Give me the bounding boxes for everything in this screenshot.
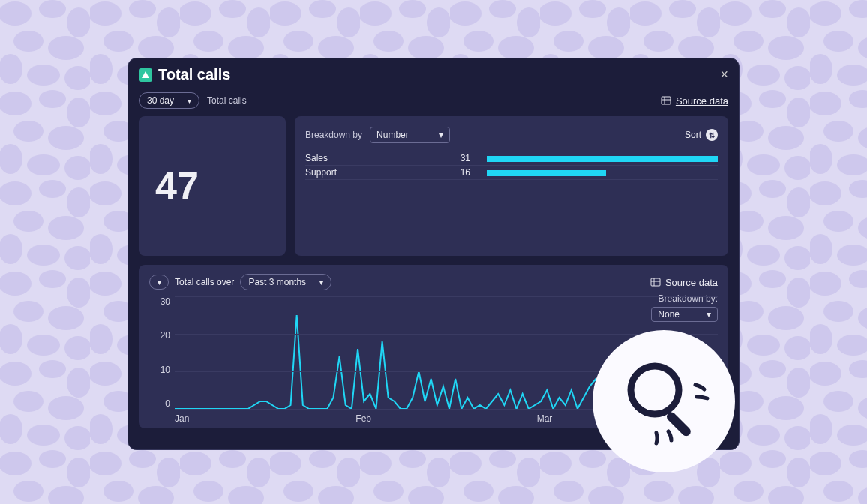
breakdown-row-value: 16	[448, 167, 470, 178]
chart-y-axis: 3020100	[149, 296, 175, 409]
time-range-select[interactable]: 30 day ▾	[139, 92, 200, 109]
gridline	[175, 334, 718, 334]
breakdown-row: Sales31	[305, 151, 718, 166]
breakdown-by-value: Number	[376, 130, 409, 140]
chevron-down-icon: ▾	[158, 278, 161, 286]
magnifying-glass-icon	[611, 349, 716, 454]
chevron-down-icon: ▾	[320, 278, 323, 286]
breakdown-bar-track	[487, 169, 718, 176]
titlebar: Total calls ×	[128, 58, 739, 89]
svg-point-16	[631, 366, 679, 414]
svg-rect-13	[651, 278, 660, 286]
chart-range-value: Past 3 months	[248, 277, 306, 287]
chevron-down-icon: ▾	[439, 130, 443, 140]
breakdown-bar	[487, 170, 606, 176]
time-range-value: 30 day	[147, 95, 174, 106]
kpi-value: 47	[155, 164, 199, 208]
chevron-down-icon: ▾	[188, 97, 191, 105]
kpi-panel: 47	[139, 116, 286, 256]
breakdown-by-select[interactable]: Number ▾	[370, 127, 450, 143]
time-range-label: Total calls	[207, 95, 247, 106]
chart-range-select[interactable]: Past 3 months ▾	[240, 274, 332, 290]
breakdown-by-label: Breakdown by	[305, 130, 362, 140]
breakdown-panel: Breakdown by Number ▾ Sort ⇅ Sales31Supp…	[295, 116, 728, 256]
y-tick-label: 20	[160, 330, 170, 340]
magnifier-badge	[592, 330, 735, 472]
x-tick-label: Feb	[356, 413, 536, 424]
table-icon	[661, 95, 671, 106]
breakdown-row-name: Support	[305, 167, 448, 178]
y-tick-label: 10	[160, 364, 170, 375]
app-logo-icon	[139, 68, 152, 82]
breakdown-bar-track	[487, 154, 718, 162]
sort-icon: ⇅	[706, 129, 718, 141]
source-data-link-top[interactable]: Source data	[661, 95, 728, 106]
y-tick-label: 0	[165, 398, 170, 409]
top-toolbar: 30 day ▾ Total calls Source data	[139, 92, 728, 109]
chart-title-label: Total calls over	[175, 277, 234, 287]
chart-options-button[interactable]: ▾	[149, 274, 169, 290]
source-data-link-chart[interactable]: Source data	[650, 277, 718, 288]
y-tick-label: 30	[160, 296, 170, 307]
breakdown-row-name: Sales	[305, 153, 448, 164]
close-button[interactable]: ×	[720, 67, 728, 82]
sort-label: Sort	[685, 130, 701, 140]
table-icon	[650, 277, 661, 287]
source-data-label: Source data	[665, 277, 718, 288]
sort-button[interactable]: Sort ⇅	[685, 129, 718, 141]
breakdown-bar	[487, 156, 718, 162]
breakdown-row: Support16	[305, 166, 718, 180]
window-title: Total calls	[158, 66, 230, 83]
source-data-label: Source data	[676, 95, 728, 106]
x-tick-label: Jan	[175, 413, 356, 424]
breakdown-row-value: 31	[448, 153, 470, 164]
svg-rect-10	[662, 97, 670, 104]
gridline	[175, 296, 718, 297]
